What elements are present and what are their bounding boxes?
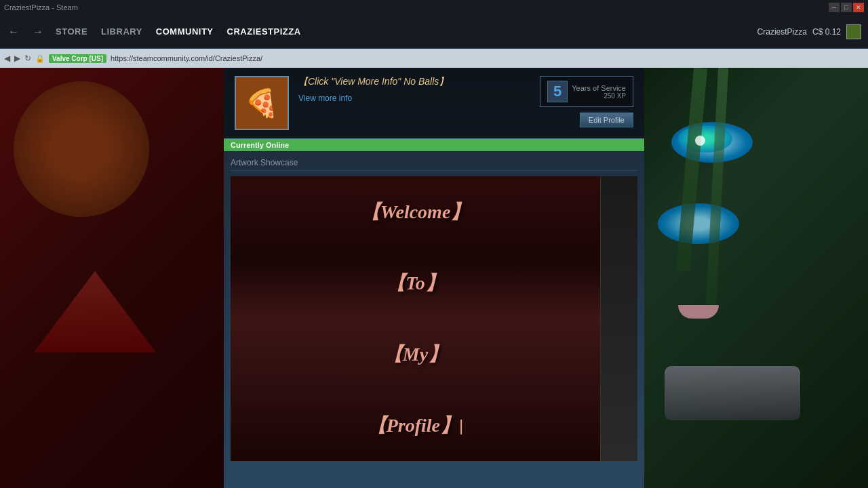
artwork-stat: Artwork 2 <box>651 231 861 244</box>
workshop-stat: Workshop Items <box>651 188 861 203</box>
nav-community[interactable]: COMMUNITY <box>156 26 214 37</box>
group-info-1: SR+ Public 966 Members <box>678 304 724 322</box>
nav-store[interactable]: STORE <box>56 26 87 37</box>
showcase-title: Artwork Showcase <box>231 158 637 171</box>
main-content: 🍕 【Click "View More Info" No Balls】 View… <box>0 68 868 488</box>
friends-section: Friends 281 Hellomercki In Game Middle-e… <box>651 341 861 404</box>
screenshots-label: Screenshots <box>651 162 700 172</box>
games-stat: Games 51 <box>651 133 861 146</box>
close-button[interactable]: ✕ <box>853 3 864 12</box>
games-label: Games <box>651 134 679 144</box>
profile-header: 🍕 【Click "View More Info" No Balls】 View… <box>224 68 644 139</box>
nav-avatar <box>846 24 861 39</box>
divider-1 <box>651 125 861 126</box>
friend-status-0: In Game Middle-earth™: Shadow of War™ <box>678 363 837 378</box>
friend-badge-0: 356 <box>843 363 861 371</box>
friend-item-1[interactable]: CraziestPizza Online <box>651 382 861 404</box>
profile-section: 🍕 【Click "View More Info" No Balls】 View… <box>224 68 644 488</box>
nav-user: CraziestPizza C$ 0.12 <box>757 24 861 39</box>
guides-link[interactable]: Guides <box>651 218 677 230</box>
pizza-slice <box>34 271 156 352</box>
edit-profile-button[interactable]: Edit Profile <box>580 113 633 127</box>
showcase-section: Artwork Showcase 【Welcome】 【To】 【My】 【Pr… <box>224 151 644 468</box>
back-button[interactable]: ← <box>7 25 20 39</box>
status-bar: Currently Online <box>224 139 644 151</box>
artwork-text-3: 【Profile】 <box>368 413 459 439</box>
forward-button[interactable]: → <box>31 25 45 39</box>
nav-username[interactable]: CRAZIESTPIZZA <box>227 26 301 37</box>
groups-count: 2 <box>684 261 689 271</box>
friend-name-1: CraziestPizza <box>678 386 861 394</box>
group-item-1[interactable]: 🎮 SR+ Public 966 Members <box>651 302 861 324</box>
title-bar-left: CraziestPizza - Steam <box>4 3 78 12</box>
group-item-0[interactable]: 🍕 CraziestPizza's Community 16 Members <box>651 275 861 297</box>
group-name-1: SR+ Public <box>678 304 724 314</box>
badges-count: 24 <box>685 75 694 85</box>
friend-item-0[interactable]: Hellomercki In Game Middle-earth™: Shado… <box>651 355 861 378</box>
artwork-label: Artwork <box>651 232 681 243</box>
address-url[interactable]: https://steamcommunity.com/id/CraziestPi… <box>111 54 262 62</box>
workshop-link[interactable]: Workshop Items <box>651 190 709 202</box>
artwork-container: 【Welcome】 【To】 【My】 【Profile】 | <box>231 176 637 461</box>
years-number: 5 <box>547 81 568 102</box>
address-back[interactable]: ◀ <box>4 54 10 63</box>
maximize-button[interactable]: □ <box>841 3 852 12</box>
nav-library[interactable]: LIBRARY <box>101 26 142 37</box>
reviews-stat: Reviews 8 <box>651 203 861 216</box>
artwork-count: 2 <box>685 232 690 243</box>
badges-label: Badges <box>651 75 681 85</box>
artwork-sidebar <box>600 176 637 461</box>
badges-row: 🏅 50+ 🥉 ⚙ <box>651 89 861 116</box>
nav-balance: C$ 0.12 <box>812 27 841 37</box>
screenshots-stat: Screenshots 5 <box>651 161 861 174</box>
profile-right: 5 Years of Service 250 XP Edit Profile <box>540 76 633 127</box>
guides-stat: Guides <box>651 216 861 231</box>
address-forward[interactable]: ▶ <box>14 54 20 63</box>
group-avatar-1: 🎮 <box>651 302 673 324</box>
profile-bio: 【Click "View More Info" No Balls】 <box>298 76 530 88</box>
nav-user-name: CraziestPizza <box>757 27 807 37</box>
friend-avatar-0 <box>651 356 673 378</box>
groups-heading: Groups 2 <box>651 261 861 271</box>
divider-3 <box>651 333 861 334</box>
inventory-link[interactable]: Inventory <box>651 147 684 159</box>
artwork-main: 【Welcome】 【To】 【My】 【Profile】 | <box>231 176 600 461</box>
minimize-button[interactable]: ─ <box>829 3 840 12</box>
divider-2 <box>651 253 861 254</box>
badge-purple[interactable]: 50+ <box>682 89 709 116</box>
friend-info-1: CraziestPizza Online <box>678 386 861 401</box>
friend-avatar-1 <box>651 382 673 404</box>
title-bar-controls: ─ □ ✕ <box>829 3 864 12</box>
years-xp: 250 XP <box>572 92 626 100</box>
inventory-stat: Inventory <box>651 146 861 161</box>
address-bar: ◀ ▶ ↻ 🔒 Valve Corp [US] https://steamcom… <box>0 49 868 68</box>
group-info-0: CraziestPizza's Community 16 Members <box>678 277 777 295</box>
badge-special[interactable]: ⚙ <box>745 89 772 116</box>
reviews-label: Reviews <box>651 205 684 215</box>
badge-bronze[interactable]: 🥉 <box>713 89 741 116</box>
friends-heading: Friends 281 <box>651 341 861 351</box>
badge-gold[interactable]: 🏅 <box>651 89 678 116</box>
friend-info-0: Hellomercki In Game Middle-earth™: Shado… <box>678 355 837 378</box>
title-bar: CraziestPizza - Steam ─ □ ✕ <box>0 0 868 15</box>
videos-stat: Videos <box>651 174 861 188</box>
friend-status-1: Online <box>678 394 861 401</box>
pizza-bg-circle <box>14 81 149 217</box>
view-more-link[interactable]: View more info <box>298 94 352 103</box>
lock-icon: 🔒 <box>35 54 45 63</box>
games-section: Games 51 Inventory Screenshots 5 Videos … <box>651 133 861 244</box>
group-members-1: 966 Members <box>678 314 724 322</box>
security-badge: Valve Corp [US] <box>49 54 106 63</box>
years-label: Years of Service <box>572 84 626 92</box>
address-refresh[interactable]: ↻ <box>24 54 31 63</box>
videos-link[interactable]: Videos <box>651 175 675 187</box>
badges-section: Badges 24 🏅 50+ 🥉 ⚙ <box>651 75 861 116</box>
artwork-text-0: 【Welcome】 <box>361 199 470 225</box>
bg-art-left <box>0 68 224 488</box>
nav-bar: ← → STORE LIBRARY COMMUNITY CRAZIESTPIZZ… <box>0 15 868 49</box>
right-sidebar: Badges 24 🏅 50+ 🥉 ⚙ Games 51 Inventory S… <box>644 68 868 488</box>
artwork-text-2: 【My】 <box>384 342 447 367</box>
screenshots-count: 5 <box>704 162 709 172</box>
profile-info: 【Click "View More Info" No Balls】 View m… <box>298 76 530 103</box>
artwork-text-1: 【To】 <box>387 270 444 296</box>
